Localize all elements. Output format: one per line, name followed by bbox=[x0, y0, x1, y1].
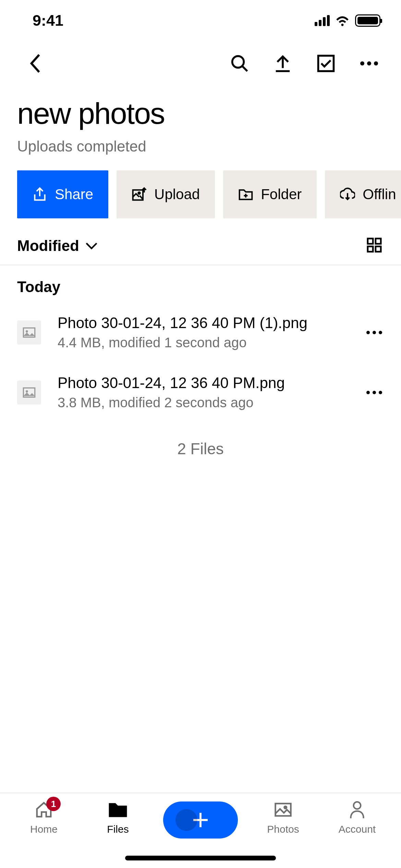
svg-rect-8 bbox=[376, 239, 381, 244]
svg-rect-1 bbox=[318, 56, 334, 71]
tab-label: Photos bbox=[267, 823, 299, 835]
tab-bar: Home 1 Files Photos bbox=[0, 793, 401, 868]
section-header: Today bbox=[17, 276, 384, 302]
offline-button[interactable]: Offlin bbox=[325, 170, 401, 218]
svg-point-6 bbox=[138, 192, 140, 194]
action-row: Share Upload Folder Offlin bbox=[0, 165, 401, 224]
svg-point-3 bbox=[367, 61, 371, 65]
tab-files[interactable]: Files bbox=[89, 800, 147, 835]
home-indicator[interactable] bbox=[125, 856, 276, 860]
tab-label: Account bbox=[339, 823, 376, 835]
svg-point-0 bbox=[232, 56, 244, 68]
svg-point-23 bbox=[354, 802, 361, 809]
svg-rect-10 bbox=[376, 246, 381, 252]
status-icons bbox=[315, 14, 380, 27]
ellipsis-icon bbox=[366, 330, 382, 335]
svg-point-20 bbox=[379, 391, 382, 394]
file-item[interactable]: Photo 30-01-24, 12 36 40 PM.png 3.8 MB, … bbox=[17, 362, 384, 422]
more-button[interactable] bbox=[360, 54, 379, 73]
svg-point-13 bbox=[366, 331, 370, 334]
files-section: Today Photo 30-01-24, 12 36 40 PM (1).pn… bbox=[0, 265, 401, 485]
tab-photos[interactable]: Photos bbox=[254, 800, 312, 835]
select-button[interactable] bbox=[316, 54, 336, 73]
tab-label: Home bbox=[30, 823, 58, 835]
sort-label: Modified bbox=[17, 237, 79, 254]
photos-icon bbox=[274, 800, 292, 819]
file-name: Photo 30-01-24, 12 36 40 PM (1).png bbox=[58, 314, 361, 331]
svg-point-4 bbox=[374, 61, 378, 65]
folder-label: Folder bbox=[261, 186, 302, 203]
svg-point-19 bbox=[373, 391, 376, 394]
tab-label: Files bbox=[107, 823, 129, 835]
chevron-left-icon bbox=[29, 54, 42, 73]
checkbox-icon bbox=[317, 54, 335, 73]
file-info: Photo 30-01-24, 12 36 40 PM.png 3.8 MB, … bbox=[58, 374, 361, 410]
image-icon bbox=[22, 326, 36, 339]
share-icon bbox=[32, 187, 47, 202]
svg-point-2 bbox=[360, 61, 364, 65]
back-button[interactable] bbox=[26, 54, 45, 73]
upload-icon bbox=[274, 54, 292, 73]
status-bar: 9:41 bbox=[0, 0, 401, 41]
folder-button[interactable]: Folder bbox=[223, 170, 317, 218]
upload-label: Upload bbox=[154, 186, 200, 203]
cellular-icon bbox=[315, 15, 330, 26]
ellipsis-icon bbox=[366, 390, 382, 395]
folder-icon bbox=[108, 801, 128, 818]
share-button[interactable]: Share bbox=[17, 170, 108, 218]
file-meta: 3.8 MB, modified 2 seconds ago bbox=[58, 395, 361, 410]
svg-point-18 bbox=[366, 391, 370, 394]
plus-icon bbox=[191, 810, 210, 830]
sort-button[interactable]: Modified bbox=[17, 237, 98, 254]
nav-header bbox=[0, 41, 401, 86]
offline-label: Offlin bbox=[363, 186, 396, 203]
fab-button[interactable] bbox=[163, 801, 238, 839]
file-more-button[interactable] bbox=[365, 323, 384, 342]
upload-status: Uploads completed bbox=[17, 138, 384, 155]
file-more-button[interactable] bbox=[365, 383, 384, 402]
svg-rect-7 bbox=[368, 239, 373, 244]
search-icon bbox=[230, 54, 249, 73]
account-icon bbox=[349, 800, 366, 819]
file-thumbnail bbox=[17, 321, 41, 345]
sort-view-row: Modified bbox=[0, 224, 401, 265]
upload-button[interactable] bbox=[273, 54, 292, 73]
file-meta: 4.4 MB, modified 1 second ago bbox=[58, 335, 361, 350]
svg-point-22 bbox=[284, 806, 287, 809]
grid-icon bbox=[366, 237, 382, 253]
svg-rect-9 bbox=[368, 246, 373, 252]
action-upload-button[interactable]: Upload bbox=[117, 170, 215, 218]
image-icon bbox=[22, 386, 36, 399]
svg-point-14 bbox=[373, 331, 376, 334]
status-time: 9:41 bbox=[33, 12, 63, 29]
share-label: Share bbox=[55, 186, 93, 203]
file-item[interactable]: Photo 30-01-24, 12 36 40 PM (1).png 4.4 … bbox=[17, 302, 384, 362]
title-section: new photos Uploads completed bbox=[0, 86, 401, 165]
svg-point-15 bbox=[379, 331, 382, 334]
chevron-down-icon bbox=[85, 242, 98, 250]
file-count: 2 Files bbox=[17, 422, 384, 475]
view-toggle-button[interactable] bbox=[366, 237, 382, 254]
file-info: Photo 30-01-24, 12 36 40 PM (1).png 4.4 … bbox=[58, 314, 361, 350]
tab-add[interactable] bbox=[163, 800, 238, 839]
tab-home[interactable]: Home 1 bbox=[15, 800, 73, 835]
wifi-icon bbox=[335, 15, 350, 26]
cloud-download-icon bbox=[340, 187, 355, 202]
svg-point-17 bbox=[26, 390, 28, 393]
folder-title: new photos bbox=[17, 96, 384, 131]
tab-account[interactable]: Account bbox=[328, 800, 386, 835]
svg-rect-21 bbox=[276, 804, 291, 816]
search-button[interactable] bbox=[230, 54, 249, 73]
home-badge: 1 bbox=[46, 797, 61, 811]
ellipsis-icon bbox=[360, 60, 379, 67]
file-thumbnail bbox=[17, 381, 41, 405]
battery-icon bbox=[355, 14, 380, 27]
folder-plus-icon bbox=[238, 187, 253, 202]
image-upload-icon bbox=[132, 187, 147, 202]
svg-point-12 bbox=[26, 330, 28, 333]
file-name: Photo 30-01-24, 12 36 40 PM.png bbox=[58, 374, 361, 391]
